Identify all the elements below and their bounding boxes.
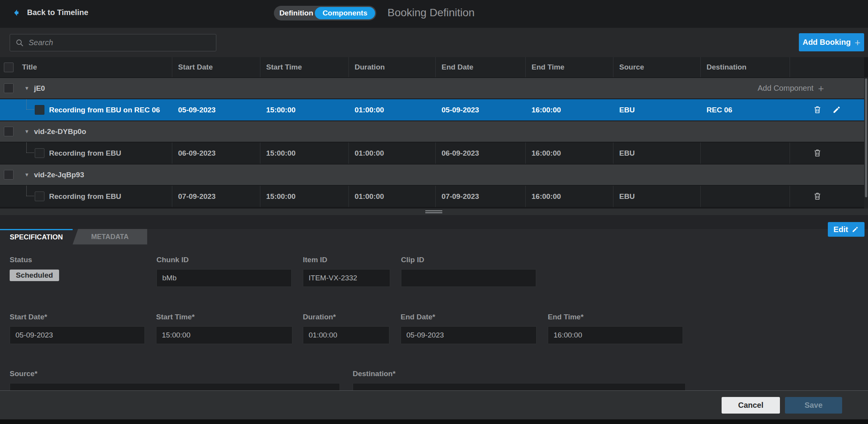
cell-end-time: 16:00:00 <box>525 186 613 207</box>
delete-icon[interactable] <box>813 192 822 201</box>
column-header-source: Source <box>613 57 700 77</box>
component-title: Recording from EBU on REC 06 <box>49 106 160 114</box>
column-header-start-time: Start Time <box>260 57 348 77</box>
back-label: Back to Timeline <box>27 8 88 17</box>
end-time-field[interactable] <box>548 326 683 344</box>
booking-group-row[interactable]: jE0 Add Component + <box>0 78 864 98</box>
save-button[interactable]: Save <box>785 397 842 414</box>
tab-metadata[interactable]: METADATA <box>73 229 147 244</box>
component-title: Recording from EBU <box>49 192 121 201</box>
item-id-field[interactable] <box>303 269 390 287</box>
back-to-timeline-button[interactable]: Back to Timeline <box>13 8 88 17</box>
cell-start-date: 05-09-2023 <box>172 99 260 120</box>
chunk-id-field[interactable] <box>156 269 292 287</box>
row-checkbox[interactable] <box>35 105 44 115</box>
cell-destination <box>700 142 790 164</box>
footer-bar: Cancel Save <box>0 390 868 419</box>
search-input[interactable] <box>29 38 211 47</box>
page-title: Booking Definition <box>387 7 475 19</box>
group-title: jE0 <box>34 84 45 93</box>
clip-id-field[interactable] <box>401 269 536 287</box>
status-badge: Scheduled <box>10 270 59 281</box>
cell-duration: 01:00:00 <box>348 142 435 164</box>
table-header-row: Title Start Date Start Time Duration End… <box>0 57 864 77</box>
group-checkbox[interactable] <box>4 170 14 180</box>
cell-source: EBU <box>613 99 700 120</box>
source-field[interactable] <box>10 383 340 390</box>
cell-end-date: 06-09-2023 <box>435 142 525 164</box>
detail-panel: SPECIFICATION METADATA Edit Status Sched… <box>0 215 868 390</box>
end-date-field[interactable] <box>401 326 537 344</box>
bookings-table: Title Start Date Start Time Duration End… <box>0 57 868 209</box>
component-row-selected[interactable]: Recording from EBU on REC 06 05-09-2023 … <box>0 99 864 120</box>
cell-duration: 01:00:00 <box>348 186 435 207</box>
column-header-end-date: End Date <box>435 57 525 77</box>
cell-start-date: 07-09-2023 <box>172 186 260 207</box>
destination-field[interactable] <box>353 383 686 390</box>
component-row[interactable]: Recording from EBU 07-09-2023 15:00:00 0… <box>0 186 864 207</box>
booking-app-window: Back to Timeline Definition Components B… <box>0 0 868 424</box>
expand-collapse-icon[interactable] <box>24 85 29 91</box>
bottom-strip <box>0 419 868 424</box>
row-checkbox[interactable] <box>35 148 44 158</box>
cell-duration: 01:00:00 <box>348 99 435 120</box>
column-header-end-time: End Time <box>525 57 613 77</box>
start-time-field[interactable] <box>156 326 292 344</box>
delete-icon[interactable] <box>813 105 822 115</box>
component-row[interactable]: Recording from EBU 06-09-2023 15:00:00 0… <box>0 142 864 164</box>
start-date-label: Start Date* <box>10 313 145 321</box>
delete-icon[interactable] <box>813 149 822 158</box>
destination-label: Destination* <box>353 370 686 378</box>
booking-group-row[interactable]: vid-2e-JqBp93 <box>0 165 864 185</box>
duration-label: Duration* <box>303 313 389 321</box>
booking-group-row[interactable]: vid-2e-DYBp0o <box>0 121 864 142</box>
cancel-button[interactable]: Cancel <box>722 397 780 414</box>
end-time-label: End Time* <box>548 313 683 321</box>
cell-source: EBU <box>613 186 700 207</box>
toolbar: Add Booking + <box>0 28 868 57</box>
cell-end-time: 16:00:00 <box>525 142 613 164</box>
toggle-definition[interactable]: Definition <box>274 9 315 17</box>
expand-collapse-icon[interactable] <box>24 129 29 134</box>
clip-id-label: Clip ID <box>401 256 536 264</box>
add-component-button[interactable]: Add Component + <box>758 78 824 98</box>
column-header-title: Title <box>22 63 37 71</box>
cell-end-date: 05-09-2023 <box>435 99 525 120</box>
duration-field[interactable] <box>303 326 389 344</box>
add-booking-button[interactable]: Add Booking + <box>799 33 864 51</box>
tree-connector <box>26 142 34 153</box>
row-checkbox[interactable] <box>35 192 44 201</box>
tree-connector <box>26 186 34 196</box>
item-id-label: Item ID <box>303 256 390 264</box>
source-label: Source* <box>10 370 340 378</box>
start-time-label: Start Time* <box>156 313 292 321</box>
toggle-components[interactable]: Components <box>315 7 375 19</box>
expand-collapse-icon[interactable] <box>24 172 29 178</box>
cell-destination <box>700 186 790 207</box>
edit-icon[interactable] <box>832 105 842 115</box>
cell-start-date: 06-09-2023 <box>172 142 260 164</box>
splitter-drag-handle[interactable] <box>425 210 442 213</box>
cell-end-time: 16:00:00 <box>525 99 613 120</box>
panel-top-strip <box>0 215 868 229</box>
cell-start-time: 15:00:00 <box>260 186 348 207</box>
plus-icon: + <box>854 37 860 47</box>
start-date-field[interactable] <box>10 326 145 344</box>
pencil-icon <box>852 226 859 233</box>
chunk-id-label: Chunk ID <box>156 256 292 264</box>
vertical-scrollbar-thumb[interactable] <box>865 78 867 197</box>
top-bar: Back to Timeline Definition Components B… <box>0 0 868 28</box>
group-checkbox[interactable] <box>4 83 14 93</box>
column-header-destination: Destination <box>700 57 790 77</box>
panel-splitter <box>0 209 868 215</box>
add-booking-label: Add Booking <box>803 38 851 47</box>
tab-specification[interactable]: SPECIFICATION <box>0 229 73 244</box>
cell-destination: REC 06 <box>700 99 790 120</box>
cell-end-date: 07-09-2023 <box>435 186 525 207</box>
add-component-label: Add Component <box>758 84 814 93</box>
select-all-checkbox[interactable] <box>4 63 14 72</box>
edit-button-label: Edit <box>834 225 848 234</box>
group-checkbox[interactable] <box>4 127 14 136</box>
cell-source: EBU <box>613 142 700 164</box>
edit-button[interactable]: Edit <box>828 222 865 237</box>
